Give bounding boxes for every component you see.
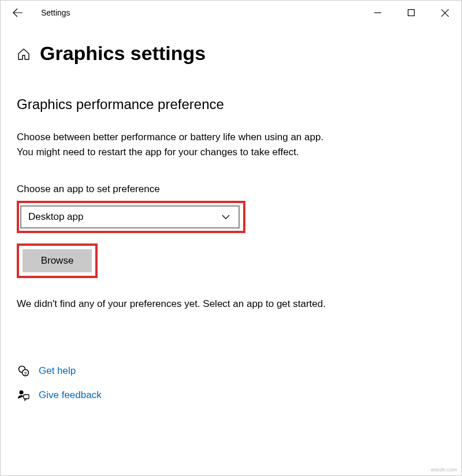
page-title: Graphics settings [40, 42, 206, 65]
description-line-1: Choose between better performance or bat… [17, 132, 323, 143]
back-icon[interactable] [12, 7, 24, 18]
app-type-dropdown[interactable]: Desktop app [20, 205, 240, 228]
svg-rect-1 [408, 10, 415, 16]
help-icon: ? [17, 365, 31, 377]
minimize-icon[interactable] [361, 1, 394, 25]
help-link-row: ? Get help [17, 365, 445, 377]
watermark: wsxdn.com [431, 467, 457, 473]
dropdown-selected-value: Desktop app [28, 211, 83, 223]
window-title: Settings [41, 8, 70, 17]
dropdown-highlight: Desktop app [17, 201, 245, 233]
header-row: Graphics settings [17, 42, 445, 65]
svg-point-7 [20, 390, 24, 394]
feedback-link-row: Give feedback [17, 389, 445, 402]
svg-text:?: ? [24, 370, 27, 376]
feedback-icon [17, 389, 31, 402]
svg-rect-8 [24, 395, 29, 399]
browse-button[interactable]: Browse [23, 249, 92, 272]
browse-highlight: Browse [17, 243, 98, 278]
close-icon[interactable] [428, 1, 461, 25]
content-area: Graphics settings Graphics performance p… [1, 25, 461, 402]
window-controls [361, 1, 461, 25]
titlebar: Settings [1, 1, 461, 25]
section-heading: Graphics performance preference [17, 96, 445, 113]
section-description: Choose between better performance or bat… [17, 130, 445, 160]
empty-state-text: We didn't find any of your preferences y… [17, 298, 445, 310]
home-icon[interactable] [17, 47, 31, 63]
chevron-down-icon [221, 212, 230, 222]
description-line-2: You might need to restart the app for yo… [17, 147, 299, 158]
get-help-link[interactable]: Get help [39, 365, 76, 377]
maximize-icon[interactable] [394, 1, 428, 25]
give-feedback-link[interactable]: Give feedback [39, 389, 102, 401]
choose-app-label: Choose an app to set preference [17, 183, 445, 195]
